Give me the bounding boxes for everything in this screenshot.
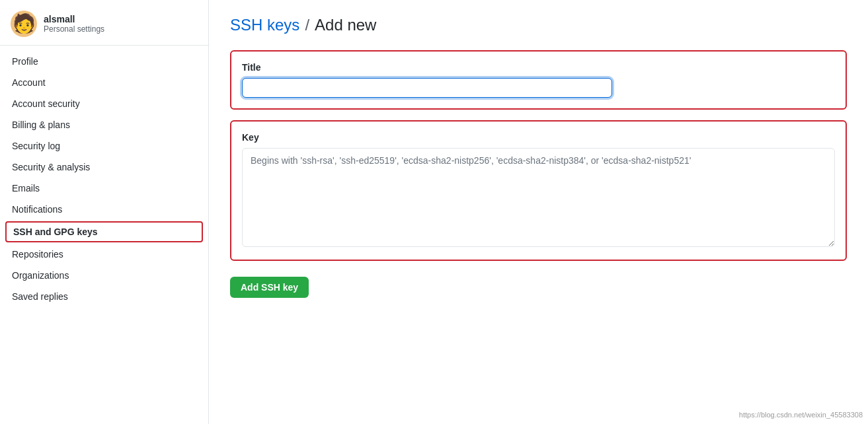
sidebar-user-section: 🧑 alsmall Personal settings <box>0 0 208 46</box>
breadcrumb-separator: / <box>305 16 309 34</box>
sidebar-item-saved-replies[interactable]: Saved replies <box>0 286 208 307</box>
avatar: 🧑 <box>11 11 37 37</box>
sidebar-item-security-analysis[interactable]: Security & analysis <box>0 157 208 178</box>
page-subtitle: Add new <box>315 16 376 34</box>
sidebar-item-emails[interactable]: Emails <box>0 178 208 199</box>
sidebar-item-account-security[interactable]: Account security <box>0 93 208 114</box>
watermark: https://blog.csdn.net/weixin_45583308 <box>739 411 863 419</box>
main-content: SSH keys / Add new Title Key Add SSH key… <box>209 0 868 424</box>
title-label: Title <box>242 62 835 73</box>
key-section: Key <box>230 120 847 261</box>
username: alsmall <box>44 14 104 24</box>
key-label: Key <box>242 132 835 143</box>
sidebar-item-organizations[interactable]: Organizations <box>0 265 208 286</box>
title-input[interactable] <box>242 78 612 98</box>
sidebar-item-notifications[interactable]: Notifications <box>0 199 208 220</box>
sidebar-item-security-log[interactable]: Security log <box>0 135 208 157</box>
user-subtitle: Personal settings <box>44 24 104 34</box>
sidebar-item-profile[interactable]: Profile <box>0 51 208 72</box>
page-header: SSH keys / Add new <box>230 16 847 34</box>
sidebar: 🧑 alsmall Personal settings Profile Acco… <box>0 0 209 424</box>
add-ssh-key-button[interactable]: Add SSH key <box>230 277 309 298</box>
sidebar-nav: Profile Account Account security Billing… <box>0 46 208 424</box>
breadcrumb-link[interactable]: SSH keys <box>230 16 299 34</box>
sidebar-item-account[interactable]: Account <box>0 72 208 93</box>
key-textarea[interactable] <box>242 148 835 247</box>
sidebar-item-ssh-gpg[interactable]: SSH and GPG keys <box>5 221 203 242</box>
title-section: Title <box>230 50 847 110</box>
sidebar-item-billing[interactable]: Billing & plans <box>0 114 208 135</box>
sidebar-item-repositories[interactable]: Repositories <box>0 244 208 265</box>
